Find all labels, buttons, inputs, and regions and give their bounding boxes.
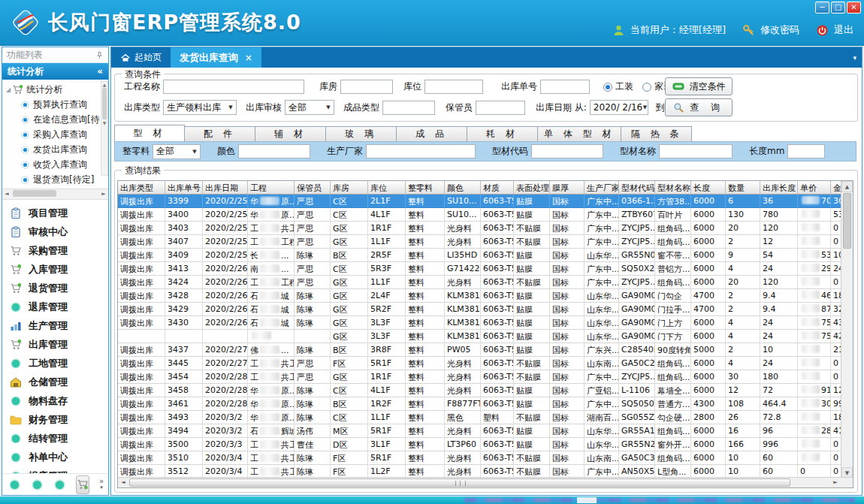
grid-row[interactable]: 调拨出库34372020/2/27佛...陈琳B区3R8F整料PW056063-… (118, 343, 853, 357)
column-header[interactable]: 材质 (481, 181, 514, 195)
scroll-thumb[interactable] (129, 478, 790, 487)
column-header[interactable]: 单价 (798, 181, 831, 195)
tab-close-icon[interactable]: × (245, 53, 252, 63)
tree-expander-icon[interactable]: ◢ (6, 86, 11, 93)
tree-item[interactable]: 采购入库查询 (2, 127, 108, 142)
grid-row[interactable]: 调拨出库34032020/2/25工共工程严思G区1R1F整料光身料6063-T… (118, 222, 853, 235)
column-header[interactable]: 膜厚 (550, 181, 585, 195)
grid-row[interactable]: 调拨出库34582020/2/28华原...陈琳C区4L1F整料光身料6063-… (118, 384, 853, 397)
sidebar-module-item[interactable]: 项目管理 (2, 204, 108, 222)
column-header[interactable]: 出库长度 (760, 181, 798, 195)
column-header[interactable]: 出库日期 (203, 181, 248, 195)
scroll-up-icon[interactable]: ▲ (841, 181, 853, 192)
audit-select[interactable]: 全部 ▼ (285, 100, 334, 115)
grid-row[interactable]: 调拨出库34242020/2/26工工程严思G区1L1F整料光身料6063-T5… (118, 276, 853, 289)
close-button[interactable]: ✕ (847, 2, 861, 14)
sidebar-module-item[interactable]: 财务管理 (2, 410, 108, 429)
column-header[interactable]: 型材代码 (619, 181, 655, 195)
tab-shipping-query[interactable]: 发货出库查询 × (171, 47, 261, 68)
tabstrip-dropdown-icon[interactable]: ▾ (853, 54, 856, 62)
material-tab[interactable]: 隔 热 条 (621, 126, 692, 142)
tab-home[interactable]: 起始页 (111, 47, 171, 68)
radio-work-install[interactable] (603, 83, 612, 92)
material-tab[interactable]: 玻 璃 (326, 126, 397, 142)
material-tab[interactable]: 型 材 (114, 125, 185, 142)
grid-vertical-scrollbar[interactable]: ▲ ▼ (841, 181, 853, 478)
sidebar-module-item[interactable]: 补单中心 (2, 448, 108, 466)
column-header[interactable]: 型材名称 (655, 181, 691, 195)
tree-item[interactable]: 退货查询[待定] (2, 172, 108, 187)
column-header[interactable]: 颜色 (445, 181, 481, 195)
sidebar-module-item[interactable]: 仓储管理 (2, 373, 108, 391)
part-select[interactable]: 全部 ▼ (153, 144, 201, 159)
sidebar-module-item[interactable]: 工地管理 (2, 354, 108, 373)
tree-item[interactable]: 在途信息查询[待 (2, 112, 108, 127)
material-tab[interactable]: 辅 材 (255, 126, 326, 142)
length-input[interactable] (787, 144, 825, 158)
column-header[interactable]: 长度 (691, 181, 726, 195)
grid-row[interactable]: 调拨出库34292020/2/26石城陈琳G区5R2F整料KLM38176063… (118, 303, 853, 316)
maximize-button[interactable]: □ (831, 2, 845, 14)
sidebar-module-item[interactable]: 审核中心 (2, 222, 108, 241)
material-tab[interactable]: 成 品 (397, 126, 467, 142)
location-input[interactable] (424, 80, 483, 94)
column-header[interactable]: 出库单号 (165, 181, 203, 195)
sidebar-group-header[interactable]: 统计分析 « (2, 63, 108, 80)
column-header[interactable]: 表面处理 (514, 181, 550, 195)
profile-name-input[interactable] (659, 144, 733, 158)
grid-row[interactable]: 调拨出库34092020/2/25长...陈琳B区2R5F整料LI35HD606… (118, 249, 853, 262)
sidebar-module-item[interactable]: 退库管理 (2, 297, 108, 316)
column-header[interactable]: 保管员 (295, 181, 331, 195)
scroll-right-icon[interactable]: ► (830, 478, 841, 487)
grid-row[interactable]: 调拨出库35002020/3/3工共工程曹佳D区3L1F整料LT3P606063… (118, 438, 853, 451)
grid-row[interactable]: 调拨出库34282020/2/26石城陈琳G区2L4F整料KLM38176063… (118, 289, 853, 303)
minimize-button[interactable]: ─ (815, 2, 829, 14)
tree-item[interactable]: 发货出库查询 (2, 142, 108, 157)
column-header[interactable]: 工程 (248, 181, 295, 195)
grid-row[interactable]: 调拨出库34302020/2/26石城陈琳G区3L3F整料KLM38176063… (118, 316, 853, 330)
project-name-input[interactable] (163, 80, 304, 94)
column-header[interactable]: 库位 (368, 181, 406, 195)
column-header[interactable]: 整零料 (406, 181, 445, 195)
grid-row[interactable]: 调拨出库34452020/2/27工共工程严思F区5R1F整料光身料6063-T… (118, 357, 853, 370)
maker-input[interactable] (366, 144, 476, 158)
radio-home-install[interactable] (642, 83, 651, 92)
grid-row[interactable]: 调拨出库34002020/2/25华原...严思C区4L1F整料SU10...6… (118, 208, 853, 222)
tree-item[interactable]: 收货入库查询 (2, 157, 108, 172)
grid-row[interactable]: 调拨出库35102020/3/4工共工程陈琳F区5R1F整料光身料6063-T5… (118, 451, 853, 465)
grid-row[interactable]: 调拨出库34942020/3/2石辉城汤伟M区5R1F整料光身料6063-T5贴… (118, 424, 853, 438)
grid-horizontal-scrollbar[interactable]: ◄ ► (118, 477, 853, 487)
column-header[interactable]: 库房 (331, 181, 368, 195)
logout-link[interactable]: 退出 (834, 23, 853, 37)
scroll-left-icon[interactable]: ◄ (118, 478, 128, 487)
sidebar-module-item[interactable]: 生产管理 (2, 316, 108, 335)
grid-row[interactable]: 调拨出库34932020/3/2华原...陈琳C区1L1F整料黑色塑料不贴膜国标… (118, 411, 853, 424)
out-type-select[interactable]: 生产领料出库 ▼ (163, 100, 237, 115)
profile-code-input[interactable] (531, 144, 603, 158)
change-password-link[interactable]: 修改密码 (760, 23, 799, 37)
search-button[interactable]: 查 询 (665, 98, 733, 116)
footer-cart-button[interactable] (76, 475, 89, 494)
tree-horizontal-scrollbar[interactable]: ◄ ► (2, 189, 108, 200)
sidebar-module-item[interactable]: 采购管理 (2, 241, 108, 260)
sidebar-module-item[interactable]: 物料盘存 (2, 391, 108, 410)
tree-vertical-scrollbar[interactable]: ▲▼ (101, 81, 108, 176)
grid-row[interactable]: 调拨出库33992020/2/25华原...严思C区2L1F整料SU10...6… (118, 195, 853, 208)
grid-row[interactable]: 调拨出库34612020/2/28华原...陈琳B区1R2F整料F8877FT6… (118, 397, 853, 411)
material-tab[interactable]: 配 件 (185, 126, 255, 142)
sidebar-module-item[interactable]: 入库管理 (2, 260, 108, 279)
warehouse-input[interactable] (340, 80, 393, 94)
column-header[interactable]: 数量 (726, 181, 760, 195)
grid-row[interactable]: 调拨出库34542020/2/28工共工程严思G区1R1F整料光身料6063-T… (118, 370, 853, 384)
material-tab[interactable]: 单 体 型 材 (538, 126, 621, 142)
collapse-icon[interactable]: « (97, 66, 103, 77)
sidebar-module-item[interactable]: 出库管理 (2, 335, 108, 354)
sidebar-module-item[interactable]: 退货管理 (2, 279, 108, 297)
date-from-picker[interactable]: 2020/ 2/16 ▼ (590, 100, 648, 115)
clear-conditions-button[interactable]: 清空条件 (665, 77, 733, 95)
sidebar-more-button[interactable]: »▾ (99, 478, 104, 490)
grid-row[interactable]: 调拨出库34072020/2/25工工程严思G区1L1F整料光身料6063-T5… (118, 235, 853, 249)
tree-root-item[interactable]: ◢统计分析 (2, 82, 108, 97)
column-header[interactable]: 生产厂家 (585, 181, 619, 195)
grid-row[interactable]: G区3L3F整料KLM38176063-T5贴膜国标山东华...GA90M09.… (118, 330, 853, 343)
